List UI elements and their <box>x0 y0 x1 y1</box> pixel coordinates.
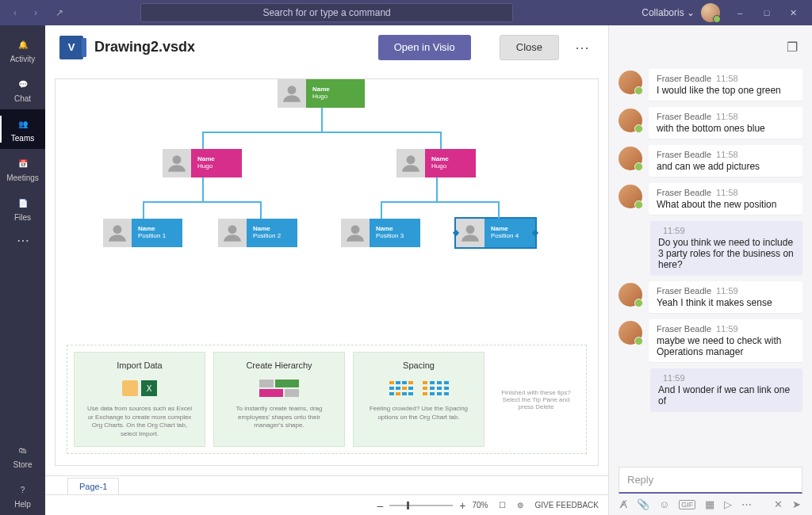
zoom-value: 70% <box>472 501 488 509</box>
compose-more-icon[interactable]: ⋯ <box>741 498 752 510</box>
help-icon: ? <box>15 483 31 498</box>
teams-icon: 👥 <box>15 116 31 132</box>
svg-point-4 <box>228 225 237 234</box>
zoom-out[interactable]: – <box>377 499 383 512</box>
org-node-p4[interactable]: NamePosition 4 <box>456 219 535 247</box>
window-minimize[interactable]: – <box>726 0 753 25</box>
bell-icon: 🔔 <box>15 37 31 53</box>
rail-label: Activity <box>10 55 36 63</box>
zoom-in[interactable]: + <box>459 499 465 512</box>
chat-message[interactable]: Fraser Beadle11:59Yeah I think it makes … <box>619 281 802 313</box>
search-input[interactable]: Search for or type a command <box>140 3 513 22</box>
svg-point-0 <box>288 86 297 94</box>
tips-pane[interactable]: Import DataXUse data from sources such a… <box>67 345 587 454</box>
chat-message-self[interactable]: 11:59Do you think we need to include 3 p… <box>619 221 802 275</box>
rail-label: Files <box>14 213 31 222</box>
org-node-m2[interactable]: NameHugo <box>396 149 476 177</box>
sheet-tab-page1[interactable]: Page-1 <box>67 478 119 495</box>
window-close[interactable]: ✕ <box>780 0 807 25</box>
avatar <box>619 71 642 94</box>
file-more-icon[interactable]: ⋯ <box>570 39 594 56</box>
chat-icon: 💬 <box>15 77 31 93</box>
rail-teams[interactable]: 👥 Teams <box>0 109 45 149</box>
chat-message[interactable]: Fraser Beadle11:58What about the new pos… <box>619 183 802 215</box>
emoji-icon[interactable]: ☺ <box>659 498 669 510</box>
nav-back[interactable]: ‹ <box>6 7 24 18</box>
avatar <box>619 321 642 345</box>
tenant-picker[interactable]: Collaboris ⌄ <box>642 7 695 18</box>
avatar <box>619 283 642 307</box>
close-button[interactable]: Close <box>500 35 559 60</box>
nav-forward[interactable]: › <box>27 7 44 18</box>
avatar <box>619 185 642 208</box>
send-icon[interactable]: ➤ <box>792 498 801 510</box>
files-icon: 📄 <box>15 196 31 212</box>
avatar <box>619 147 642 170</box>
person-icon <box>218 219 247 247</box>
visio-file-icon: V <box>59 36 83 59</box>
org-node-root[interactable]: NameHugo <box>278 79 365 108</box>
tip-card[interactable]: SpacingFeeling crowded? Use the Spacing … <box>353 352 485 447</box>
rail-label: Teams <box>11 134 34 143</box>
conversation-panel: ❐ Fraser Beadle11:58I would like the top… <box>609 25 812 515</box>
avatar <box>619 109 642 132</box>
gif-icon[interactable]: GIF <box>679 500 695 509</box>
rail-activity[interactable]: 🔔 Activity <box>0 30 45 70</box>
rail-meetings[interactable]: 📅 Meetings <box>0 149 45 189</box>
org-node-p2[interactable]: NamePosition 2 <box>218 219 297 247</box>
tips-finish-text: Finished with these tips? Select the Tip… <box>492 352 580 447</box>
window-maximize[interactable]: □ <box>753 0 780 25</box>
tip-card[interactable]: Import DataXUse data from sources such a… <box>74 352 205 447</box>
sticker-icon[interactable]: ▦ <box>705 498 714 510</box>
rail-label: Help <box>14 500 31 509</box>
org-node-m1[interactable]: NameHugo <box>163 149 242 177</box>
calendar-icon: 📅 <box>15 156 31 172</box>
status-bar: – + 70% ☐ ⊚ GIVE FEEDBACK <box>45 494 608 515</box>
app-rail: 🔔 Activity 💬 Chat 👥 Teams 📅 Meetings 📄 F… <box>0 25 45 515</box>
compose-toolbar: A̸ 📎 ☺ GIF ▦ ▷ ⋯ ✕ ➤ <box>619 494 802 510</box>
meet-now-icon[interactable]: ▷ <box>724 498 732 510</box>
visio-panel: V Drawing2.vsdx Open in Visio Close ⋯ Na… <box>45 25 609 515</box>
svg-point-3 <box>113 225 122 234</box>
org-node-p3[interactable]: NamePosition 3 <box>341 219 420 247</box>
svg-point-6 <box>466 225 475 234</box>
title-bar: ‹ › ↗ Search for or type a command Colla… <box>0 0 812 25</box>
rail-chat[interactable]: 💬 Chat <box>0 70 45 109</box>
rail-label: Chat <box>14 94 31 103</box>
svg-point-2 <box>407 155 416 164</box>
store-icon: 🛍 <box>15 443 31 459</box>
discard-icon[interactable]: ✕ <box>774 498 783 510</box>
file-name: Drawing2.vsdx <box>94 39 367 55</box>
person-icon <box>163 149 191 177</box>
person-icon <box>341 219 370 247</box>
rail-store[interactable]: 🛍 Store <box>0 436 45 475</box>
org-node-p1[interactable]: NamePosition 1 <box>103 219 182 247</box>
person-icon <box>103 219 132 247</box>
fit-page-icon[interactable]: ☐ <box>499 501 506 509</box>
avatar[interactable] <box>701 3 720 22</box>
chat-message[interactable]: Fraser Beadle11:58with the bottom ones b… <box>619 107 802 139</box>
chat-message[interactable]: Fraser Beadle11:58I would like the top o… <box>619 69 802 101</box>
attach-icon[interactable]: 📎 <box>637 498 649 510</box>
conversation-expand-icon[interactable]: ❐ <box>787 40 798 55</box>
tip-card[interactable]: Create HierarchyTo instantly create team… <box>213 352 345 447</box>
chat-message-self[interactable]: 11:59And I wonder if we can link one of <box>619 368 802 411</box>
person-icon <box>278 79 306 108</box>
zoom-slider[interactable] <box>389 505 453 506</box>
pan-zoom-icon[interactable]: ⊚ <box>517 501 523 509</box>
open-in-visio-button[interactable]: Open in Visio <box>378 35 471 60</box>
format-icon[interactable]: A̸ <box>620 498 627 510</box>
drawing-canvas[interactable]: NameHugo NameHugo NameHugo NamePosition … <box>55 78 599 466</box>
rail-help[interactable]: ? Help <box>0 475 45 515</box>
rail-more[interactable]: ⋯ <box>0 228 45 252</box>
popout-icon[interactable]: ↗ <box>51 7 68 18</box>
svg-point-5 <box>351 225 360 234</box>
person-icon <box>456 219 485 247</box>
rail-files[interactable]: 📄 Files <box>0 189 45 228</box>
reply-input[interactable]: Reply <box>619 467 802 494</box>
rail-label: Meetings <box>6 174 39 182</box>
chat-message[interactable]: Fraser Beadle11:58and can we add picture… <box>619 145 802 177</box>
feedback-link[interactable]: GIVE FEEDBACK <box>534 501 599 509</box>
chat-message[interactable]: Fraser Beadle11:59maybe we need to check… <box>619 319 802 362</box>
svg-point-1 <box>173 155 182 164</box>
